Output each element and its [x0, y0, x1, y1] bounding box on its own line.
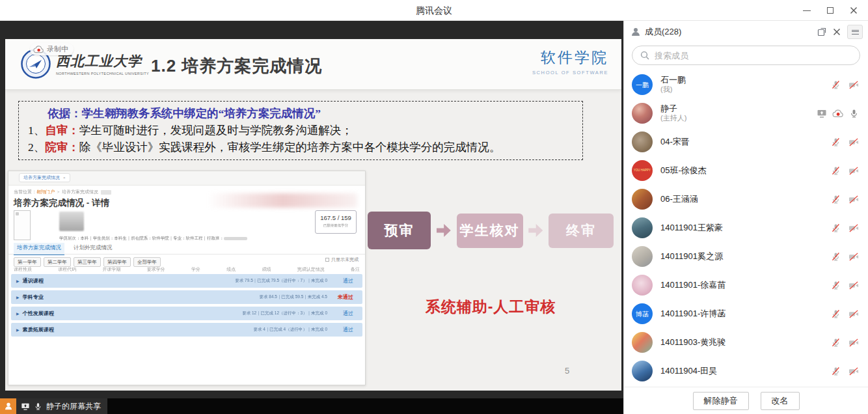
checkbox-icon: [325, 258, 329, 262]
popout-panel-button[interactable]: [817, 27, 826, 36]
mic-muted-icon: [831, 223, 841, 233]
member-row[interactable]: 14011903-黄兆骏: [624, 328, 868, 357]
member-row-host[interactable]: 静子(主持人): [624, 99, 868, 128]
member-search-box[interactable]: [632, 46, 860, 65]
recording-badge: 录制中: [30, 43, 74, 55]
divider: [8, 254, 365, 255]
avatar: [632, 332, 653, 353]
member-row[interactable]: 14011901-徐嘉苗: [624, 271, 868, 299]
unmute-button[interactable]: 解除静音: [693, 392, 749, 410]
member-name: 06-王涵涵: [660, 194, 698, 204]
member-list[interactable]: 一鹏 石一鹏(我) 静子(主持人) 04-宋晋 YOU HAPPY 05班-徐俊…: [624, 70, 868, 387]
breadcrumb-portal: 翱翔门户: [36, 189, 55, 194]
member-row[interactable]: 一鹏 石一鹏(我): [624, 70, 868, 99]
avatar: [632, 103, 653, 124]
member-row[interactable]: 博菡 14011901-许博菡: [624, 299, 868, 328]
status-badge: 通过: [343, 310, 353, 317]
member-name: 石一鹏: [660, 75, 686, 85]
credit-score: 167.5 / 159: [316, 214, 356, 221]
popout-icon: [817, 27, 826, 36]
cloud-record-icon: [832, 109, 844, 118]
member-row[interactable]: YOU HAPPY 05班-徐俊杰: [624, 156, 868, 185]
slide-title: 1.2 培养方案完成情况: [151, 55, 322, 77]
mic-muted-icon: [831, 338, 841, 348]
breadcrumb-rest: ＞ 培养方案完成情况: [56, 189, 98, 194]
status-badge: 通过: [343, 277, 353, 284]
member-row[interactable]: 06-王涵涵: [624, 185, 868, 214]
panel-menu-button[interactable]: [847, 25, 863, 39]
mic-muted-icon: [831, 252, 841, 262]
camera-muted-icon: [848, 80, 859, 90]
school-name-en: SCHOOL OF SOFTWARE: [532, 70, 608, 76]
note-line1: 学生翱翔教务系统中绑定的“培养方案完成情况”: [82, 107, 321, 120]
review-flow: 预审 学生核对 终审: [368, 211, 614, 250]
table-row: ▶ 学科专业 要求 84.5｜已完成 59.5｜未完成 4.5 未通过: [11, 290, 362, 304]
mic-muted-icon: [831, 195, 841, 204]
masked-value: [224, 237, 247, 240]
member-name: 14011901王紫豪: [660, 223, 723, 233]
flow-step-preliminary: 预审: [368, 212, 431, 249]
module-name: 学科专业: [23, 294, 44, 301]
member-name: 14011901奚之源: [660, 251, 723, 262]
search-icon: [640, 51, 649, 60]
browser-tab-label: 培养方案完成情况: [23, 174, 60, 181]
note-line3-prefix: 2、: [28, 141, 45, 154]
year-chip: 第一学年: [14, 257, 41, 267]
notes-box: 依据：学生翱翔教务系统中绑定的“培养方案完成情况” 1、自审：学生可随时进行，发…: [18, 101, 583, 160]
screen-share-icon: [21, 402, 30, 411]
member-name: 静子: [660, 104, 686, 114]
tencent-meeting-window: 腾讯会议 录制中 西北工业大学 NORTHWESTERN POLYTECHNIC…: [0, 0, 868, 414]
close-button[interactable]: [845, 2, 863, 19]
screen-share-bar: 静子的屏幕共享: [0, 398, 623, 414]
school-name-cn: 软件学院: [532, 48, 608, 68]
note-line2: 学生可随时进行，发现问题及时与学院教务沟通解决；: [79, 124, 353, 137]
table-row: ▶ 通识课程 要求 79.5｜已完成 79.5（进行中：7）｜未完成 0 通过: [11, 274, 362, 288]
mic-muted-icon: [831, 281, 841, 290]
camera-muted-icon: [848, 309, 859, 319]
only-unfinished-label: 只显示未完成: [331, 256, 359, 263]
member-row[interactable]: 14011901奚之源: [624, 242, 868, 271]
arrow-right-icon: [437, 224, 451, 237]
page-number: 5: [565, 366, 569, 376]
member-role: (主持人): [660, 114, 686, 123]
rename-button[interactable]: 改名: [761, 392, 800, 410]
camera-muted-icon: [848, 223, 859, 233]
school-logo: 软件学院 SCHOOL OF SOFTWARE: [532, 48, 608, 76]
member-name: 14011901-许博菡: [660, 309, 726, 319]
maximize-button[interactable]: [821, 2, 839, 19]
credit-score-badge: 167.5 / 159 已获得最低学分: [315, 210, 357, 234]
slide-header: 录制中 西北工业大学 NORTHWESTERN POLYTECHNICAL UN…: [5, 39, 621, 90]
members-panel: 成员(228) 一鹏 石一鹏(我) 静子(主持人): [623, 21, 868, 414]
member-row[interactable]: 04-宋晋: [624, 128, 868, 156]
titlebar: 腾讯会议: [0, 0, 868, 21]
note-line2-label: 自审：: [45, 124, 79, 137]
table-header-row: 课程性质课程代码开课学期要求学分学分绩点成绩完成认定情况备注: [14, 266, 360, 273]
mic-icon: [34, 402, 42, 411]
module-name: 通识课程: [23, 277, 44, 284]
minimize-button[interactable]: [798, 2, 816, 19]
status-badge: 未通过: [338, 294, 353, 301]
minimize-icon: [803, 10, 811, 11]
presentation-slide: 录制中 西北工业大学 NORTHWESTERN POLYTECHNICAL UN…: [5, 39, 621, 391]
note-line1-label: 依据：: [47, 107, 82, 120]
search-input[interactable]: [655, 51, 852, 61]
window-title: 腾讯会议: [0, 0, 868, 21]
member-row[interactable]: 14011901王紫豪: [624, 214, 868, 242]
camera-muted-icon: [848, 366, 859, 376]
module-detail: 要求 84.5｜已完成 59.5｜未完成 4.5: [260, 294, 328, 300]
avatar: [632, 131, 653, 152]
member-row[interactable]: 14011904-田昊: [624, 357, 868, 385]
screen-share-icon: [817, 109, 827, 118]
presenter-label: 静子的屏幕共享: [46, 401, 101, 412]
menu-icon: [852, 30, 859, 34]
status-badge: 通过: [343, 326, 353, 333]
year-chip: 第三学年: [74, 257, 101, 267]
university-name-en: NORTHWESTERN POLYTECHNICAL UNIVERSITY: [56, 72, 149, 76]
mic-muted-icon: [831, 366, 841, 376]
mic-muted-icon: [831, 137, 841, 147]
member-name: 05班-徐俊杰: [660, 165, 707, 176]
presenter-chip: 静子的屏幕共享: [16, 398, 107, 414]
browser-tabstrip: 培养方案完成情况 ×: [8, 171, 365, 186]
year-chip: 全部学年: [133, 257, 161, 267]
close-panel-button[interactable]: [833, 28, 841, 36]
